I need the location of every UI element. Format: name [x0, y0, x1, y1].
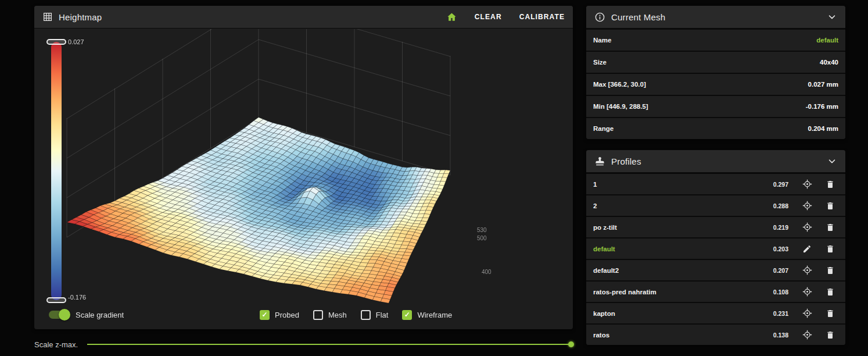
grid-icon — [42, 12, 53, 22]
axis-tick: 530 — [477, 227, 487, 233]
checkbox-wireframe[interactable]: Wireframe — [402, 310, 452, 320]
page: { "theme": { "accent": "#93c93d", "page_… — [0, 0, 868, 356]
profile-value: 0.203 — [761, 245, 788, 252]
clear-button[interactable]: CLEAR — [475, 13, 502, 21]
load-profile-icon[interactable] — [795, 265, 819, 275]
delete-profile-icon[interactable] — [819, 180, 842, 189]
scale-gradient-toggle-group: Scale gradient — [49, 311, 124, 319]
profile-row[interactable]: 1 0.297 — [586, 173, 845, 194]
profile-name: 2 — [593, 202, 761, 209]
calibrate-button[interactable]: CALIBRATE — [519, 13, 565, 21]
table-row: Min [446.9, 288.5] -0.176 mm — [586, 95, 845, 117]
checkbox-probed[interactable]: Probed — [260, 310, 299, 320]
table-row: Range 0.204 mm — [586, 117, 845, 139]
heightmap-plot-area: 0.027 -0.176 530 500 400 — [34, 29, 573, 305]
chevron-down-icon[interactable] — [827, 12, 837, 22]
axis-tick: 500 — [477, 235, 487, 241]
edit-profile-icon[interactable] — [795, 244, 819, 254]
checkbox-mesh[interactable]: Mesh — [313, 310, 347, 320]
row-value: 40x40 — [820, 59, 838, 66]
profile-name: kapton — [593, 310, 761, 317]
heightmap-canvas[interactable] — [34, 29, 573, 305]
profile-value: 0.138 — [761, 332, 788, 339]
checkbox-label: Mesh — [328, 311, 347, 319]
delete-profile-icon[interactable] — [819, 309, 842, 318]
checkbox-mesh-box[interactable] — [313, 310, 323, 320]
delete-profile-icon[interactable] — [819, 223, 842, 232]
load-profile-icon[interactable] — [795, 222, 819, 232]
current-mesh-title: Current Mesh — [611, 12, 665, 22]
checkbox-probed-box[interactable] — [260, 310, 270, 320]
load-profile-icon[interactable] — [795, 330, 819, 340]
profile-value: 0.108 — [761, 289, 788, 296]
row-label: Range — [593, 125, 808, 132]
profile-name: ratos-pred nahratim — [593, 289, 761, 296]
scale-gradient-toggle[interactable] — [49, 311, 69, 319]
delete-profile-icon[interactable] — [819, 266, 842, 275]
checkbox-label: Probed — [275, 311, 299, 319]
scale-gradient-label: Scale gradient — [76, 311, 124, 319]
checkbox-flat-box[interactable] — [361, 310, 371, 320]
delete-profile-icon[interactable] — [819, 287, 842, 297]
row-label: Name — [593, 37, 816, 44]
delete-profile-icon[interactable] — [819, 330, 842, 340]
profile-value: 0.297 — [761, 181, 788, 188]
profile-row[interactable]: po z-tilt 0.219 — [586, 216, 845, 237]
profile-name: po z-tilt — [593, 224, 761, 231]
row-label: Max [366.2, 30.0] — [593, 81, 808, 88]
axis-tick: 400 — [482, 269, 492, 275]
load-profile-icon[interactable] — [795, 308, 819, 318]
heightmap-header: Heightmap CLEAR CALIBRATE — [34, 6, 573, 29]
stamp-icon — [594, 156, 605, 167]
row-value: default — [816, 37, 838, 44]
profiles-title: Profiles — [611, 156, 641, 166]
color-gradient-bar — [51, 42, 62, 300]
profiles-card: Profiles 1 0.297 2 0.288 po z-tilt 0.219… — [586, 150, 845, 345]
row-value: 0.204 mm — [808, 125, 838, 132]
heightmap-card: Heightmap CLEAR CALIBRATE 0.027 -0.176 5… — [34, 6, 573, 329]
load-profile-icon[interactable] — [795, 287, 819, 297]
zmax-slider-track[interactable] — [87, 344, 573, 345]
table-row: Name default — [586, 29, 845, 51]
profile-value: 0.231 — [761, 310, 788, 317]
profile-row-active[interactable]: default 0.203 — [586, 237, 845, 259]
profile-name: default — [593, 245, 761, 252]
checkbox-label: Wireframe — [417, 311, 452, 319]
heightmap-title: Heightmap — [59, 12, 102, 22]
profile-value: 0.288 — [761, 202, 788, 209]
row-value: -0.176 mm — [806, 103, 838, 110]
chevron-down-icon[interactable] — [827, 156, 837, 166]
profile-row[interactable]: default2 0.207 — [586, 259, 845, 280]
zmax-label: Scale z-max. — [34, 340, 78, 349]
colorbar-max-label: 0.027 — [68, 38, 84, 45]
gradient-max-handle[interactable] — [46, 39, 66, 45]
profile-row[interactable]: ratos-pred nahratim 0.108 — [586, 280, 845, 302]
profile-row[interactable]: kapton 0.231 — [586, 302, 845, 323]
row-label: Size — [593, 59, 820, 66]
delete-profile-icon[interactable] — [819, 244, 842, 254]
checkbox-label: Flat — [376, 311, 389, 319]
checkbox-wireframe-box[interactable] — [402, 310, 412, 320]
profiles-header: Profiles — [586, 150, 845, 173]
profile-name: ratos — [593, 332, 761, 339]
load-profile-icon[interactable] — [795, 179, 819, 189]
profile-row[interactable]: 2 0.288 — [586, 194, 845, 216]
table-row: Max [366.2, 30.0] 0.027 mm — [586, 73, 845, 95]
display-mode-checkboxes: Probed Mesh Flat Wireframe — [260, 310, 452, 320]
info-icon — [594, 12, 605, 23]
home-icon[interactable] — [446, 12, 457, 23]
profile-name: default2 — [593, 267, 761, 274]
zmax-slider-knob[interactable] — [568, 341, 574, 347]
row-label: Min [446.9, 288.5] — [593, 103, 806, 110]
current-mesh-header: Current Mesh — [586, 6, 845, 29]
load-profile-icon[interactable] — [795, 201, 819, 211]
zmax-slider-row: Scale z-max. — [34, 337, 573, 352]
row-value: 0.027 mm — [808, 81, 838, 88]
profile-row[interactable]: ratos 0.138 — [586, 323, 845, 345]
profile-name: 1 — [593, 181, 761, 188]
delete-profile-icon[interactable] — [819, 201, 842, 211]
toggle-knob[interactable] — [59, 309, 70, 321]
checkbox-flat[interactable]: Flat — [361, 310, 389, 320]
current-mesh-card: Current Mesh Name default Size 40x40 Max… — [586, 6, 845, 139]
heightmap-controls: Scale gradient Probed Mesh Flat Wirefram… — [34, 302, 573, 327]
